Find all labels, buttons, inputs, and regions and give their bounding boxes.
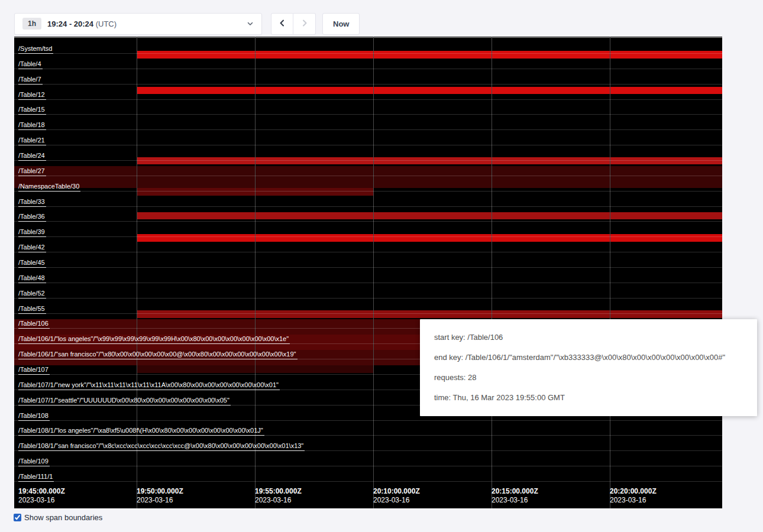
span-boundary-line — [14, 53, 722, 54]
heat-band — [137, 51, 722, 59]
span-label: /Table/106/1/"los angeles"/"\x99\x99\x99… — [18, 335, 290, 344]
chevron-down-icon — [247, 20, 254, 27]
span-boundary-line — [14, 69, 722, 69]
key-visualizer-canvas[interactable]: /System/tsd/Table/4/Table/7/Table/12/Tab… — [14, 37, 722, 508]
now-button[interactable]: Now — [322, 13, 360, 35]
span-label: /Table/106/1/"san francisco"/"\x80\x00\x… — [18, 351, 298, 359]
span-label: /Table/12 — [18, 91, 46, 100]
heat-band — [137, 87, 722, 94]
heat-band — [14, 166, 722, 188]
tooltip-end-key: end key: /Table/106/1/"amsterdam"/"\xb33… — [434, 352, 743, 363]
span-label: /Table/39 — [18, 228, 46, 237]
span-boundary-line — [14, 176, 722, 176]
time-gridline — [255, 37, 256, 508]
time-range-label: 19:24 - 20:24 (UTC) — [47, 20, 117, 28]
time-gridline — [492, 37, 492, 508]
span-boundary-line — [14, 206, 722, 207]
footer: Show span boundaries — [0, 508, 763, 522]
span-label: /Table/18 — [18, 121, 46, 130]
span-label: /Table/42 — [18, 244, 46, 252]
time-axis-label: 20:20:00.000Z2023-03-16 — [610, 487, 657, 505]
span-label: /Table/111/1 — [18, 473, 54, 482]
time-axis-label: 20:10:00.000Z2023-03-16 — [373, 487, 420, 505]
span-boundary-line — [14, 191, 722, 192]
span-boundary-line — [14, 84, 722, 85]
span-label: /Table/36 — [18, 213, 46, 222]
span-label: /Table/108/1/"san francisco"/"\x8c\xcc\x… — [18, 442, 305, 451]
time-axis-label: 19:55:00.000Z2023-03-16 — [255, 487, 302, 505]
span-boundary-line — [14, 221, 722, 222]
tooltip-start-key: start key: /Table/106 — [434, 332, 743, 343]
span-label: /Table/107/1/"new york"/"\x11\x11\x11\x1… — [18, 381, 280, 390]
span-label: /System/tsd — [18, 45, 53, 54]
time-gridline — [373, 37, 374, 508]
next-time-button[interactable] — [293, 13, 316, 35]
span-boundary-line — [14, 236, 722, 237]
span-label: /Table/27 — [18, 167, 46, 176]
span-label: /Table/108/1/"los angeles"/"\xa8\xf5\u00… — [18, 427, 264, 436]
time-range-badge: 1h — [22, 18, 41, 30]
time-gridline — [610, 37, 610, 508]
heat-band — [137, 212, 722, 219]
prev-time-button[interactable] — [271, 13, 293, 35]
tooltip-time: time: Thu, 16 Mar 2023 19:55:00 GMT — [434, 392, 743, 403]
span-label: /Table/24 — [18, 152, 46, 161]
span-boundary-line — [14, 160, 722, 161]
chevron-left-icon — [278, 19, 286, 29]
span-label: /Table/4 — [18, 60, 43, 69]
span-boundary-line — [14, 114, 722, 115]
span-boundary-line — [14, 145, 722, 145]
span-boundary-line — [14, 252, 722, 252]
time-axis-label: 20:15:00.000Z2023-03-16 — [492, 487, 538, 505]
span-label: /Table/33 — [18, 198, 46, 207]
span-label: /Table/45 — [18, 259, 46, 268]
span-boundary-line — [14, 267, 722, 268]
heat-band — [137, 157, 722, 164]
span-label: /Table/107 — [18, 366, 50, 375]
time-gridline — [137, 37, 137, 508]
time-range-select[interactable]: 1h 19:24 - 20:24 (UTC) — [14, 13, 262, 35]
toolbar: 1h 19:24 - 20:24 (UTC) Now — [0, 0, 763, 35]
span-label: /Table/48 — [18, 274, 46, 283]
span-boundary-line — [14, 313, 722, 314]
span-boundary-line — [14, 298, 722, 299]
time-axis-label: 19:50:00.000Z2023-03-16 — [137, 487, 183, 505]
heat-band — [137, 234, 722, 242]
span-boundary-line — [14, 420, 722, 421]
heat-band — [137, 310, 722, 318]
span-label: /Table/52 — [18, 290, 46, 299]
time-nav-group — [271, 13, 316, 35]
span-boundary-line — [14, 466, 722, 466]
span-tooltip: start key: /Table/106 end key: /Table/10… — [420, 319, 757, 416]
span-label: /Table/7 — [18, 76, 43, 85]
span-boundary-line — [14, 99, 722, 100]
span-boundary-line — [14, 283, 722, 283]
show-span-boundaries-label: Show span boundaries — [24, 513, 102, 522]
show-span-boundaries-checkbox[interactable] — [14, 514, 21, 521]
tooltip-requests: requests: 28 — [434, 372, 743, 383]
span-boundary-line — [14, 481, 722, 482]
span-label: /Table/21 — [18, 137, 46, 145]
span-label: /Table/108 — [18, 412, 50, 421]
span-label: /Table/107/1/"seattle"/"UUUUUUD\x00\x80\… — [18, 397, 231, 406]
span-label: /Table/55 — [18, 305, 46, 314]
span-label: /Table/109 — [18, 458, 50, 466]
time-axis-label: 19:45:00.000Z2023-03-16 — [18, 487, 65, 505]
chevron-right-icon — [300, 19, 309, 29]
span-label: /Table/15 — [18, 106, 46, 115]
span-label: /Table/106 — [18, 320, 50, 329]
span-boundary-line — [14, 129, 722, 130]
span-label: /NamespaceTable/30 — [18, 183, 80, 192]
